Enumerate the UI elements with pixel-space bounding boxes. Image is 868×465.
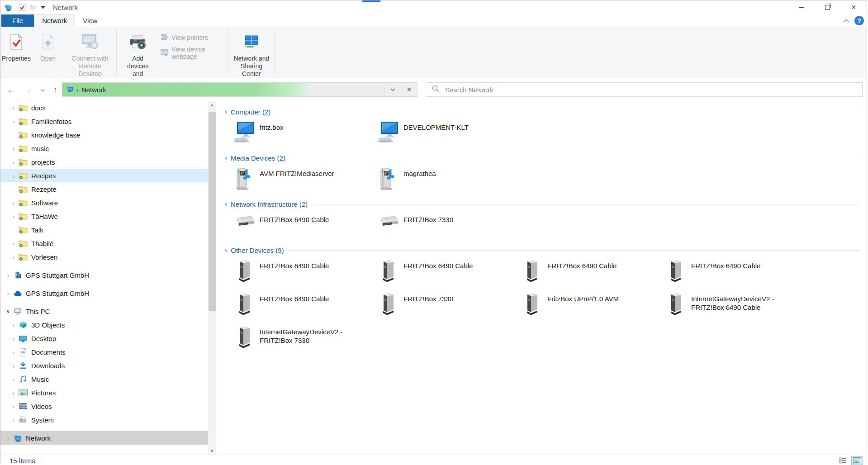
- scrollbar-thumb[interactable]: [209, 112, 216, 311]
- tree-item[interactable]: ∨ This PC: [0, 304, 208, 318]
- minimize-button[interactable]: [788, 0, 814, 14]
- tree-item[interactable]: › music: [0, 142, 208, 155]
- device-item[interactable]: FRITZ!Box 6490 Cable: [521, 259, 665, 283]
- stop-refresh-button[interactable]: ✕: [401, 83, 417, 96]
- device-item[interactable]: InternetGatewayDeviceV2 - FRITZ!Box 6490…: [665, 292, 809, 316]
- device-item[interactable]: InternetGatewayDeviceV2 - FRITZ!Box 7330: [233, 325, 377, 349]
- tree-expand-icon[interactable]: ∨: [4, 308, 12, 314]
- tree-item[interactable]: knowledge base: [0, 128, 208, 142]
- section-header[interactable]: ∨ Network Infrastructure (2): [224, 199, 867, 209]
- device-item[interactable]: magrathea: [377, 167, 521, 190]
- tree-expand-icon[interactable]: ›: [4, 434, 12, 442]
- close-button[interactable]: ✕: [840, 0, 867, 14]
- tree-expand-icon[interactable]: ›: [9, 416, 18, 424]
- tree-expand-icon[interactable]: ›: [9, 118, 18, 125]
- tree-item[interactable]: Rezepte: [0, 182, 208, 196]
- device-item[interactable]: FRITZ!Box 6490 Cable: [233, 259, 377, 283]
- view-device-webpage-button[interactable]: View device webpage: [161, 46, 228, 60]
- tree-expand-icon[interactable]: ›: [9, 240, 18, 247]
- section-header[interactable]: ∨ Media Devices (2): [224, 153, 867, 162]
- collapse-ribbon-icon[interactable]: [844, 19, 849, 23]
- tree-item[interactable]: › projects: [0, 155, 208, 169]
- up-button[interactable]: ↑: [54, 86, 58, 94]
- tree-expand-icon[interactable]: ›: [9, 158, 18, 166]
- network-sharing-center-button[interactable]: Network and Sharing Center: [231, 29, 272, 79]
- tab-view[interactable]: View: [75, 14, 105, 27]
- sidebar-scrollbar[interactable]: ▲ ▼: [208, 101, 216, 455]
- restore-button[interactable]: [814, 0, 840, 14]
- tree-expand-icon[interactable]: ›: [9, 321, 18, 329]
- tree-item[interactable]: › Thabilé: [0, 237, 208, 250]
- device-item[interactable]: FRITZ!Box 7330: [377, 292, 521, 316]
- tree-expand-icon[interactable]: ›: [9, 389, 18, 397]
- tree-item[interactable]: › Software: [0, 196, 208, 209]
- tree-expand-icon[interactable]: ›: [9, 375, 18, 383]
- section-header[interactable]: ∨ Other Devices (9): [224, 246, 867, 255]
- qat-customize-dropdown-icon[interactable]: [40, 6, 46, 9]
- tree-item[interactable]: › Familienfotos: [0, 114, 208, 128]
- back-button[interactable]: ←: [8, 86, 15, 94]
- tree-item[interactable]: › Vorlesen: [0, 250, 208, 264]
- tree-item[interactable]: › Documents: [0, 345, 208, 359]
- tree-expand-icon[interactable]: ›: [9, 253, 18, 261]
- tree-item[interactable]: Talk: [0, 223, 208, 237]
- tab-network[interactable]: Network: [34, 14, 75, 27]
- tree-item[interactable]: › GPS Stuttgart GmbH: [0, 286, 208, 300]
- address-dropdown-button[interactable]: [384, 83, 401, 96]
- tree-item[interactable]: › GPS Stuttgart GmbH: [0, 268, 208, 282]
- tree-item[interactable]: › Videos: [0, 399, 208, 413]
- scroll-up-icon[interactable]: ▲: [208, 101, 216, 109]
- tree-item[interactable]: › 3D Objects: [0, 318, 208, 332]
- tree-expand-icon[interactable]: ›: [9, 145, 18, 152]
- device-item[interactable]: AVM FRITZ!Mediaserver: [233, 167, 377, 190]
- tree-expand-icon[interactable]: ›: [4, 271, 12, 279]
- tree-item[interactable]: › System: [0, 413, 208, 427]
- tree-expand-icon[interactable]: ›: [9, 213, 18, 220]
- scroll-down-icon[interactable]: ▼: [208, 447, 216, 455]
- breadcrumb-item-network[interactable]: Network: [81, 86, 106, 94]
- device-item[interactable]: FRITZ!Box 6490 Cable: [665, 259, 809, 283]
- device-item[interactable]: FRITZ!Box 6490 Cable: [377, 259, 521, 283]
- properties-button[interactable]: Properties: [3, 29, 29, 64]
- recent-locations-icon[interactable]: [41, 85, 45, 94]
- details-view-button[interactable]: [837, 456, 849, 465]
- tree-item[interactable]: › Network: [0, 431, 208, 445]
- breadcrumb[interactable]: › Network: [62, 85, 106, 94]
- tab-file[interactable]: File: [1, 14, 34, 27]
- tree-expand-icon[interactable]: ›: [9, 362, 18, 370]
- tree-item[interactable]: › Music: [0, 372, 208, 386]
- device-label: FRITZ!Box 7330: [403, 292, 453, 303]
- tree-expand-icon[interactable]: ›: [9, 199, 18, 207]
- tree-expand-icon[interactable]: ›: [9, 403, 18, 410]
- section-header[interactable]: ∨ Computer (2): [224, 107, 867, 116]
- qat-properties-icon[interactable]: [18, 3, 26, 11]
- tree-expand-icon[interactable]: ›: [4, 289, 12, 297]
- address-bar[interactable]: › Network ✕: [62, 82, 417, 97]
- tree-expand-icon[interactable]: ›: [9, 348, 18, 356]
- thumbnails-view-button[interactable]: [851, 456, 863, 465]
- tree-item[interactable]: › docs: [0, 101, 208, 114]
- device-item[interactable]: FritzBox UPnP/1.0 AVM: [521, 292, 665, 316]
- open-button[interactable]: Open: [35, 29, 61, 64]
- search-input[interactable]: Search Network: [445, 86, 493, 94]
- tree-expand-icon[interactable]: ›: [9, 104, 18, 112]
- tree-item[interactable]: › Downloads: [0, 359, 208, 372]
- search-box[interactable]: Search Network: [426, 82, 863, 97]
- breadcrumb-chevron-icon[interactable]: ›: [76, 86, 79, 94]
- device-item[interactable]: fritz.box: [233, 121, 377, 144]
- help-icon[interactable]: ?: [854, 16, 864, 25]
- device-item[interactable]: DEVELOPMENT-KLT: [377, 121, 521, 144]
- tree-expand-icon[interactable]: ›: [9, 335, 18, 342]
- tree-expand-icon[interactable]: ›: [9, 172, 18, 180]
- device-item[interactable]: FRITZ!Box 7330: [377, 213, 521, 237]
- device-item[interactable]: FRITZ!Box 6490 Cable: [233, 213, 377, 237]
- view-printers-button[interactable]: View printers: [161, 33, 228, 42]
- tree-item[interactable]: › Desktop: [0, 332, 208, 345]
- tree-item[interactable]: › TäHaWe: [0, 209, 208, 223]
- tree-item[interactable]: › Recipes: [0, 169, 208, 182]
- qat-new-folder-icon[interactable]: [29, 3, 37, 11]
- media-device-icon: [233, 167, 255, 190]
- tree-item[interactable]: › Pictures: [0, 386, 208, 399]
- device-item[interactable]: FRITZ!Box 6490 Cable: [233, 292, 377, 316]
- forward-button[interactable]: →: [24, 86, 32, 94]
